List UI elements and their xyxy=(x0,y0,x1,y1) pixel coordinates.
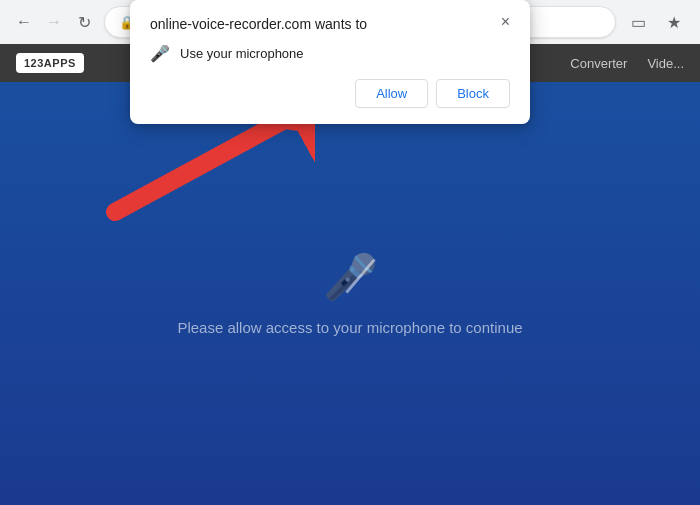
allow-button[interactable]: Allow xyxy=(355,79,428,108)
popup-permission-text: Use your microphone xyxy=(180,46,304,61)
permission-popup: online-voice-recorder.com wants to × 🎤 U… xyxy=(130,0,530,124)
nav-video[interactable]: Vide... xyxy=(647,56,684,71)
svg-line-1 xyxy=(115,117,290,212)
popup-close-button[interactable]: × xyxy=(501,14,510,30)
popup-title: online-voice-recorder.com wants to xyxy=(150,16,367,32)
popup-permission: 🎤 Use your microphone xyxy=(150,44,510,63)
reload-button[interactable]: ↻ xyxy=(72,10,96,34)
popup-header: online-voice-recorder.com wants to × xyxy=(150,16,510,32)
forward-button[interactable]: → xyxy=(42,10,66,34)
brand-logo[interactable]: 123APPS xyxy=(16,53,84,73)
nav-converter[interactable]: Converter xyxy=(570,56,627,71)
back-button[interactable]: ← xyxy=(12,10,36,34)
nav-buttons: ← → ↻ xyxy=(12,10,96,34)
block-button[interactable]: Block xyxy=(436,79,510,108)
bookmark-icon[interactable]: ★ xyxy=(660,8,688,36)
page-content: online-voice-recorder.com wants to × 🎤 U… xyxy=(0,82,700,505)
toolbar-actions: ▭ ★ xyxy=(624,8,688,36)
microphone-icon: 🎤 xyxy=(150,44,170,63)
site-nav: Converter Vide... xyxy=(570,56,684,71)
cast-icon[interactable]: ▭ xyxy=(624,8,652,36)
mic-disabled-icon: 🎤̸ xyxy=(323,251,378,303)
mic-message: Please allow access to your microphone t… xyxy=(177,319,522,336)
popup-buttons: Allow Block xyxy=(150,79,510,108)
